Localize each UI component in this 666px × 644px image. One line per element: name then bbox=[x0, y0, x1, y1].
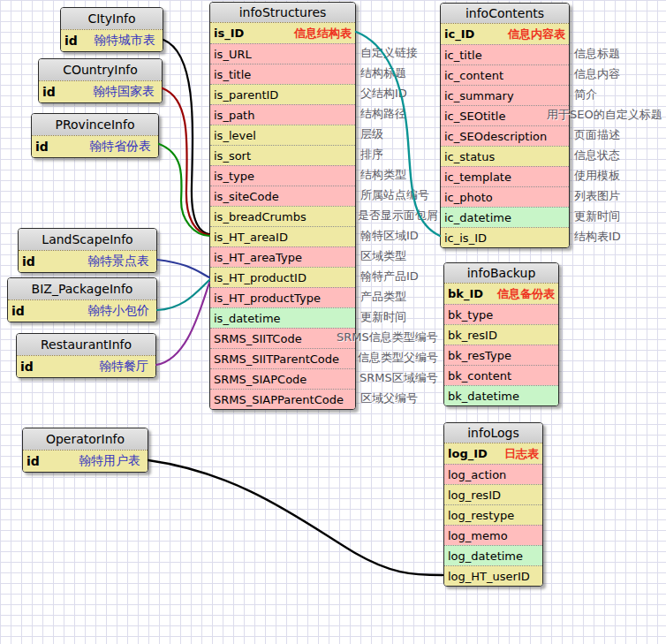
field-row-infoStructures-is_datetime[interactable]: is_datetime bbox=[210, 307, 355, 328]
field-name: bk_datetime bbox=[448, 390, 519, 403]
table-title-BIZ_PackageInfo[interactable]: BIZ_PackageInfo bbox=[8, 278, 156, 300]
table-infoLogs[interactable]: infoLogslog_ID日志表log_actionlog_resIDlog_… bbox=[443, 422, 543, 587]
field-row-infoBackup-bk_ID[interactable]: bk_ID信息备份表 bbox=[444, 284, 558, 304]
field-row-PRovinceInfo-id[interactable]: id翰特省份表 bbox=[32, 136, 158, 157]
field-row-infoContents-ic_content[interactable]: ic_content bbox=[441, 64, 569, 85]
table-title-infoStructures[interactable]: infoStructures bbox=[210, 3, 355, 23]
field-row-infoLogs-log_datetime[interactable]: log_datetime bbox=[444, 545, 542, 565]
table-infoContents[interactable]: infoContentsic_ID信息内容表ic_titleic_content… bbox=[440, 3, 570, 248]
field-row-infoContents-ic_datetime[interactable]: ic_datetime bbox=[441, 207, 569, 227]
field-row-infoStructures-is_title[interactable]: is_title bbox=[210, 64, 355, 84]
table-OperatorInfo[interactable]: OperatorInfoid翰特用户表 bbox=[22, 428, 148, 473]
relation-line-OperatorInfo.id-infoLogs.log_HT_userID[interactable] bbox=[148, 460, 443, 575]
table-title-LandScapeInfo[interactable]: LandScapeInfo bbox=[19, 229, 156, 251]
field-name: log_restype bbox=[448, 509, 514, 522]
field-row-infoStructures-SRMS_SIITParentCode[interactable]: SRMS_SIITParentCode bbox=[210, 348, 355, 368]
field-row-infoStructures-is_HT_productID[interactable]: is_HT_productID bbox=[210, 267, 355, 287]
field-row-infoBackup-bk_content[interactable]: bk_content bbox=[444, 365, 558, 385]
table-title-CItyInfo[interactable]: CItyInfo bbox=[61, 8, 163, 30]
field-row-infoStructures-SRMS_SIAPCode[interactable]: SRMS_SIAPCode bbox=[210, 368, 355, 389]
field-row-infoStructures-SRMS_SIITCode[interactable]: SRMS_SIITCode bbox=[210, 328, 355, 348]
field-row-infoBackup-bk_datetime[interactable]: bk_datetime bbox=[444, 385, 558, 405]
field-name: SRMS_SIAPParentCode bbox=[214, 393, 344, 406]
field-row-infoStructures-is_level[interactable]: is_level bbox=[210, 125, 355, 145]
field-name: ic_summary bbox=[444, 89, 514, 102]
field-row-infoStructures-is_sort[interactable]: is_sort bbox=[210, 145, 355, 165]
field-row-infoContents-ic_summary[interactable]: ic_summary bbox=[441, 85, 569, 105]
field-row-infoBackup-bk_resID[interactable]: bk_resID bbox=[444, 324, 558, 345]
field-name: log_action bbox=[448, 468, 506, 481]
table-title-COuntryInfo[interactable]: COuntryInfo bbox=[39, 59, 162, 81]
table-COuntryInfo[interactable]: COuntryInfoid翰特国家表 bbox=[38, 58, 163, 103]
field-row-infoStructures-SRMS_SIAPParentCode[interactable]: SRMS_SIAPParentCode bbox=[210, 389, 355, 409]
field-row-infoContents-ic_ID[interactable]: ic_ID信息内容表 bbox=[441, 24, 569, 44]
field-note-ic_title: 信息标题 bbox=[574, 46, 620, 62]
field-row-infoContents-ic_SEOdescription[interactable]: ic_SEOdescription bbox=[441, 125, 569, 146]
field-row-infoStructures-is_ID[interactable]: is_ID信息结构表 bbox=[210, 23, 355, 43]
field-row-infoStructures-is_path[interactable]: is_path bbox=[210, 104, 355, 125]
field-row-infoContents-ic_is_ID[interactable]: ic_is_ID bbox=[441, 227, 569, 247]
field-name: is_parentID bbox=[214, 88, 278, 102]
table-BIZ_PackageInfo[interactable]: BIZ_PackageInfoid翰特小包价 bbox=[7, 277, 157, 322]
field-row-LandScapeInfo-id[interactable]: id翰特景点表 bbox=[19, 251, 156, 272]
field-row-BIZ_PackageInfo-id[interactable]: id翰特小包价 bbox=[8, 300, 156, 322]
field-row-infoBackup-bk_type[interactable]: bk_type bbox=[444, 304, 558, 324]
field-name: log_memo bbox=[448, 529, 508, 542]
relation-line-LandScapeInfo.id-infoStructures.is_HT_productID[interactable] bbox=[157, 260, 209, 277]
diagram-canvas[interactable]: CItyInfoid翰特城市表COuntryInfoid翰特国家表PRovinc… bbox=[0, 0, 666, 644]
field-row-infoStructures-is_type[interactable]: is_type bbox=[210, 165, 355, 186]
field-row-infoContents-ic_template[interactable]: ic_template bbox=[441, 166, 569, 186]
field-row-OperatorInfo-id[interactable]: id翰特用户表 bbox=[23, 451, 148, 472]
field-row-infoStructures-is_siteCode[interactable]: is_siteCode bbox=[210, 186, 355, 206]
table-LandScapeInfo[interactable]: LandScapeInfoid翰特景点表 bbox=[18, 228, 157, 273]
field-note-ic_datetime: 更新时间 bbox=[574, 208, 620, 224]
table-title-PRovinceInfo[interactable]: PRovinceInfo bbox=[32, 114, 158, 136]
table-comment-OperatorInfo: 翰特用户表 bbox=[75, 453, 144, 469]
field-row-infoStructures-is_HT_areaID[interactable]: is_HT_areaID bbox=[210, 226, 355, 246]
field-row-COuntryInfo-id[interactable]: id翰特国家表 bbox=[39, 81, 162, 102]
table-CItyInfo[interactable]: CItyInfoid翰特城市表 bbox=[60, 7, 163, 52]
field-note-is_HT_areaID: 翰特区域ID bbox=[360, 228, 419, 244]
field-row-CItyInfo-id[interactable]: id翰特城市表 bbox=[61, 30, 163, 51]
field-note-ic_template: 使用模板 bbox=[574, 168, 620, 184]
field-name: is_HT_productType bbox=[214, 292, 321, 305]
table-title-infoContents[interactable]: infoContents bbox=[441, 4, 569, 24]
field-name: id bbox=[35, 140, 49, 154]
table-comment-infoContents: 信息内容表 bbox=[504, 27, 565, 42]
table-title-infoLogs[interactable]: infoLogs bbox=[444, 423, 542, 443]
relation-line-COuntryInfo.id-infoStructures.is_HT_areaID[interactable] bbox=[163, 88, 209, 235]
table-infoStructures[interactable]: infoStructuresis_ID信息结构表is_URLis_titleis… bbox=[209, 2, 356, 410]
field-note-SRMS_SIITCode: SRMS信息类型编号 bbox=[337, 330, 438, 345]
field-row-infoLogs-log_restype[interactable]: log_restype bbox=[444, 504, 542, 525]
field-name: is_HT_areaID bbox=[214, 231, 288, 244]
field-row-infoLogs-log_HT_userID[interactable]: log_HT_userID bbox=[444, 565, 542, 586]
field-name: bk_ID bbox=[448, 287, 483, 300]
relation-line-RestaurantInfo.id-infoStructures.is_HT_productID[interactable] bbox=[156, 283, 209, 365]
field-row-infoContents-ic_photo[interactable]: ic_photo bbox=[441, 186, 569, 207]
field-row-infoBackup-bk_resType[interactable]: bk_resType bbox=[444, 345, 558, 365]
field-row-infoLogs-log_memo[interactable]: log_memo bbox=[444, 525, 542, 545]
field-name: log_datetime bbox=[448, 549, 523, 563]
field-row-infoStructures-is_HT_areaType[interactable]: is_HT_areaType bbox=[210, 246, 355, 267]
field-row-infoLogs-log_ID[interactable]: log_ID日志表 bbox=[444, 443, 542, 464]
field-row-infoLogs-log_action[interactable]: log_action bbox=[444, 464, 542, 484]
field-row-infoStructures-is_HT_productType[interactable]: is_HT_productType bbox=[210, 287, 355, 307]
field-name: is_ID bbox=[214, 27, 244, 40]
field-row-infoContents-ic_title[interactable]: ic_title bbox=[441, 44, 569, 64]
table-PRovinceInfo[interactable]: PRovinceInfoid翰特省份表 bbox=[31, 113, 159, 158]
table-title-infoBackup[interactable]: infoBackup bbox=[444, 263, 558, 284]
field-row-infoStructures-is_breadCrumbs[interactable]: is_breadCrumbs bbox=[210, 206, 355, 226]
table-infoBackup[interactable]: infoBackupbk_ID信息备份表bk_typebk_resIDbk_re… bbox=[443, 262, 559, 406]
table-title-RestaurantInfo[interactable]: RestaurantInfo bbox=[17, 334, 155, 356]
table-RestaurantInfo[interactable]: RestaurantInfoid翰特餐厅 bbox=[16, 333, 156, 378]
field-note-is_URL: 自定义链接 bbox=[360, 45, 418, 61]
field-row-RestaurantInfo-id[interactable]: id翰特餐厅 bbox=[17, 356, 155, 377]
field-name: is_type bbox=[214, 170, 254, 183]
field-row-infoLogs-log_resID[interactable]: log_resID bbox=[444, 484, 542, 504]
field-row-infoContents-ic_status[interactable]: ic_status bbox=[441, 146, 569, 166]
field-row-infoStructures-is_parentID[interactable]: is_parentID bbox=[210, 84, 355, 104]
field-name: SRMS_SIAPCode bbox=[214, 373, 307, 386]
relation-line-PRovinceInfo.id-infoStructures.is_HT_areaID[interactable] bbox=[159, 144, 209, 236]
table-title-OperatorInfo[interactable]: OperatorInfo bbox=[23, 428, 148, 451]
field-row-infoStructures-is_URL[interactable]: is_URL bbox=[210, 43, 355, 64]
